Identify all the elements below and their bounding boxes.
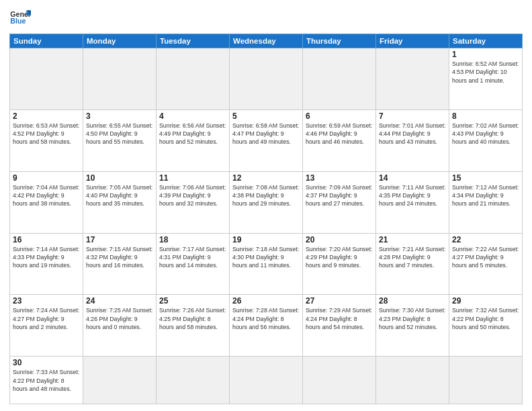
- calendar-day-cell: [157, 48, 230, 110]
- calendar-day-cell: [303, 48, 376, 110]
- day-number: 1: [452, 50, 519, 59]
- day-info: Sunrise: 6:58 AM Sunset: 4:47 PM Dayligh…: [232, 122, 300, 146]
- day-info: Sunrise: 7:25 AM Sunset: 4:26 PM Dayligh…: [86, 306, 153, 331]
- calendar-day-cell: 18Sunrise: 7:17 AM Sunset: 4:31 PM Dayli…: [157, 233, 230, 295]
- day-info: Sunrise: 7:18 AM Sunset: 4:30 PM Dayligh…: [232, 245, 300, 270]
- day-number: 8: [452, 111, 519, 121]
- calendar-day-cell: 21Sunrise: 7:21 AM Sunset: 4:28 PM Dayli…: [376, 233, 449, 295]
- day-number: 6: [306, 111, 373, 121]
- calendar-day-cell: [449, 357, 523, 404]
- calendar-day-cell: 22Sunrise: 7:22 AM Sunset: 4:27 PM Dayli…: [449, 233, 523, 295]
- page-header: General Blue: [9, 7, 523, 28]
- weekday-header-friday: Friday: [376, 34, 449, 48]
- calendar-day-cell: 9Sunrise: 7:04 AM Sunset: 4:42 PM Daylig…: [10, 171, 83, 233]
- day-info: Sunrise: 7:01 AM Sunset: 4:44 PM Dayligh…: [379, 122, 446, 146]
- calendar-day-cell: 26Sunrise: 7:28 AM Sunset: 4:24 PM Dayli…: [230, 295, 303, 357]
- day-info: Sunrise: 7:30 AM Sunset: 4:23 PM Dayligh…: [379, 306, 446, 331]
- day-number: 18: [159, 235, 226, 244]
- weekday-header-sunday: Sunday: [10, 34, 83, 48]
- calendar-day-cell: 12Sunrise: 7:08 AM Sunset: 4:38 PM Dayli…: [230, 171, 303, 233]
- calendar-day-cell: 7Sunrise: 7:01 AM Sunset: 4:44 PM Daylig…: [376, 109, 449, 171]
- calendar-day-cell: [376, 48, 449, 110]
- day-number: 9: [13, 173, 80, 183]
- day-number: 14: [379, 173, 446, 183]
- day-info: Sunrise: 6:55 AM Sunset: 4:50 PM Dayligh…: [86, 122, 153, 146]
- calendar-day-cell: 23Sunrise: 7:24 AM Sunset: 4:27 PM Dayli…: [10, 295, 83, 357]
- day-number: 20: [306, 235, 373, 244]
- weekday-header-wednesday: Wednesday: [230, 34, 303, 48]
- day-info: Sunrise: 7:22 AM Sunset: 4:27 PM Dayligh…: [452, 245, 519, 270]
- day-number: 16: [13, 235, 80, 244]
- calendar-day-cell: 8Sunrise: 7:02 AM Sunset: 4:43 PM Daylig…: [449, 109, 523, 171]
- day-info: Sunrise: 7:08 AM Sunset: 4:38 PM Dayligh…: [232, 183, 300, 208]
- calendar-day-cell: 17Sunrise: 7:15 AM Sunset: 4:32 PM Dayli…: [83, 233, 157, 295]
- calendar-day-cell: 24Sunrise: 7:25 AM Sunset: 4:26 PM Dayli…: [83, 295, 157, 357]
- calendar-day-cell: [230, 48, 303, 110]
- day-number: 29: [452, 296, 519, 306]
- day-number: 17: [86, 235, 153, 244]
- day-info: Sunrise: 6:59 AM Sunset: 4:46 PM Dayligh…: [306, 122, 373, 146]
- day-info: Sunrise: 6:52 AM Sunset: 4:53 PM Dayligh…: [452, 60, 519, 85]
- day-info: Sunrise: 7:24 AM Sunset: 4:27 PM Dayligh…: [13, 306, 80, 331]
- calendar-table: SundayMondayTuesdayWednesdayThursdayFrid…: [9, 34, 523, 404]
- calendar-day-cell: 5Sunrise: 6:58 AM Sunset: 4:47 PM Daylig…: [230, 109, 303, 171]
- day-info: Sunrise: 7:17 AM Sunset: 4:31 PM Dayligh…: [159, 245, 226, 270]
- calendar-day-cell: 14Sunrise: 7:11 AM Sunset: 4:35 PM Dayli…: [376, 171, 449, 233]
- calendar-day-cell: 16Sunrise: 7:14 AM Sunset: 4:33 PM Dayli…: [10, 233, 83, 295]
- day-number: 5: [232, 111, 300, 121]
- weekday-header-tuesday: Tuesday: [157, 34, 230, 48]
- weekday-header-monday: Monday: [83, 34, 157, 48]
- day-info: Sunrise: 6:53 AM Sunset: 4:52 PM Dayligh…: [13, 122, 80, 146]
- calendar-day-cell: 1Sunrise: 6:52 AM Sunset: 4:53 PM Daylig…: [449, 48, 523, 110]
- day-number: 15: [452, 173, 519, 183]
- day-info: Sunrise: 7:32 AM Sunset: 4:22 PM Dayligh…: [452, 306, 519, 331]
- day-info: Sunrise: 7:20 AM Sunset: 4:29 PM Dayligh…: [306, 245, 373, 270]
- day-info: Sunrise: 6:56 AM Sunset: 4:49 PM Dayligh…: [159, 122, 226, 146]
- day-info: Sunrise: 7:06 AM Sunset: 4:39 PM Dayligh…: [159, 183, 226, 208]
- calendar-day-cell: [10, 48, 83, 110]
- calendar-day-cell: 19Sunrise: 7:18 AM Sunset: 4:30 PM Dayli…: [230, 233, 303, 295]
- calendar-day-cell: 4Sunrise: 6:56 AM Sunset: 4:49 PM Daylig…: [157, 109, 230, 171]
- day-number: 28: [379, 296, 446, 306]
- day-number: 11: [159, 173, 226, 183]
- calendar-week-row: 16Sunrise: 7:14 AM Sunset: 4:33 PM Dayli…: [10, 233, 523, 295]
- day-number: 7: [379, 111, 446, 121]
- calendar-day-cell: 13Sunrise: 7:09 AM Sunset: 4:37 PM Dayli…: [303, 171, 376, 233]
- day-info: Sunrise: 7:04 AM Sunset: 4:42 PM Dayligh…: [13, 183, 80, 208]
- day-number: 10: [86, 173, 153, 183]
- calendar-day-cell: [303, 357, 376, 404]
- calendar-week-row: 1Sunrise: 6:52 AM Sunset: 4:53 PM Daylig…: [10, 48, 523, 110]
- day-info: Sunrise: 7:12 AM Sunset: 4:34 PM Dayligh…: [452, 183, 519, 208]
- day-info: Sunrise: 7:26 AM Sunset: 4:25 PM Dayligh…: [159, 306, 226, 331]
- calendar-day-cell: 28Sunrise: 7:30 AM Sunset: 4:23 PM Dayli…: [376, 295, 449, 357]
- calendar-day-cell: 25Sunrise: 7:26 AM Sunset: 4:25 PM Dayli…: [157, 295, 230, 357]
- calendar-day-cell: 2Sunrise: 6:53 AM Sunset: 4:52 PM Daylig…: [10, 109, 83, 171]
- day-info: Sunrise: 7:11 AM Sunset: 4:35 PM Dayligh…: [379, 183, 446, 208]
- calendar-day-cell: 29Sunrise: 7:32 AM Sunset: 4:22 PM Dayli…: [449, 295, 523, 357]
- calendar-week-row: 23Sunrise: 7:24 AM Sunset: 4:27 PM Dayli…: [10, 295, 523, 357]
- calendar-day-cell: 11Sunrise: 7:06 AM Sunset: 4:39 PM Dayli…: [157, 171, 230, 233]
- day-number: 23: [13, 296, 80, 306]
- calendar-week-row: 9Sunrise: 7:04 AM Sunset: 4:42 PM Daylig…: [10, 171, 523, 233]
- day-number: 26: [232, 296, 300, 306]
- calendar-header-row: SundayMondayTuesdayWednesdayThursdayFrid…: [10, 34, 523, 48]
- day-number: 25: [159, 296, 226, 306]
- day-info: Sunrise: 7:29 AM Sunset: 4:24 PM Dayligh…: [306, 306, 373, 331]
- calendar-week-row: 2Sunrise: 6:53 AM Sunset: 4:52 PM Daylig…: [10, 109, 523, 171]
- day-info: Sunrise: 7:28 AM Sunset: 4:24 PM Dayligh…: [232, 306, 300, 331]
- day-number: 3: [86, 111, 153, 121]
- day-info: Sunrise: 7:02 AM Sunset: 4:43 PM Dayligh…: [452, 122, 519, 146]
- day-number: 24: [86, 296, 153, 306]
- day-number: 30: [13, 358, 80, 367]
- day-number: 27: [306, 296, 373, 306]
- day-number: 21: [379, 235, 446, 244]
- calendar-day-cell: 15Sunrise: 7:12 AM Sunset: 4:34 PM Dayli…: [449, 171, 523, 233]
- calendar-day-cell: 3Sunrise: 6:55 AM Sunset: 4:50 PM Daylig…: [83, 109, 157, 171]
- day-info: Sunrise: 7:15 AM Sunset: 4:32 PM Dayligh…: [86, 245, 153, 270]
- logo: General Blue: [9, 7, 31, 28]
- calendar-day-cell: [83, 357, 157, 404]
- day-info: Sunrise: 7:05 AM Sunset: 4:40 PM Dayligh…: [86, 183, 153, 208]
- day-info: Sunrise: 7:09 AM Sunset: 4:37 PM Dayligh…: [306, 183, 373, 208]
- calendar-day-cell: [230, 357, 303, 404]
- calendar-day-cell: 30Sunrise: 7:33 AM Sunset: 4:22 PM Dayli…: [10, 357, 83, 404]
